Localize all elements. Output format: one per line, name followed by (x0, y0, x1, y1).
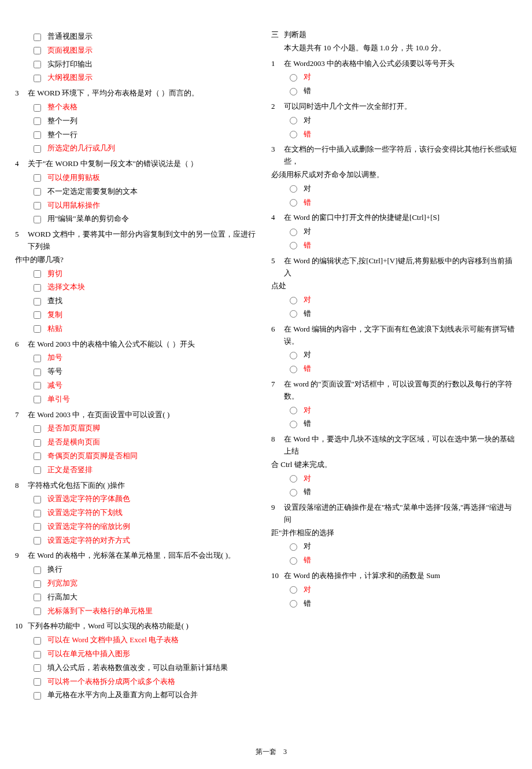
radio-input[interactable] (290, 543, 297, 551)
checkbox-input[interactable] (34, 174, 41, 182)
checkbox-input[interactable] (34, 382, 41, 389)
radio-input[interactable] (290, 242, 297, 249)
radio-input[interactable] (290, 131, 297, 138)
checkbox-control[interactable] (34, 422, 47, 435)
checkbox-input[interactable] (34, 651, 41, 658)
checkbox-control[interactable] (34, 676, 47, 688)
checkbox-input[interactable] (34, 594, 41, 601)
checkbox-input[interactable] (34, 452, 41, 460)
checkbox-control[interactable] (34, 591, 47, 604)
radio-input[interactable] (290, 88, 297, 95)
checkbox-control[interactable] (34, 689, 47, 701)
checkbox-control[interactable] (34, 268, 47, 280)
radio-control[interactable] (290, 85, 304, 97)
checkbox-input[interactable] (34, 466, 41, 474)
radio-control[interactable] (290, 418, 304, 430)
checkbox-input[interactable] (34, 637, 41, 645)
radio-input[interactable] (290, 366, 297, 373)
checkbox-input[interactable] (34, 608, 41, 615)
radio-input[interactable] (290, 600, 297, 608)
checkbox-control[interactable] (34, 129, 47, 141)
radio-control[interactable] (290, 584, 304, 596)
checkbox-control[interactable] (34, 450, 47, 462)
checkbox-control[interactable] (34, 564, 47, 576)
radio-control[interactable] (290, 404, 304, 417)
checkbox-control[interactable] (34, 648, 47, 660)
radio-control[interactable] (290, 197, 304, 209)
checkbox-input[interactable] (34, 216, 41, 223)
checkbox-input[interactable] (34, 325, 41, 333)
radio-input[interactable] (290, 297, 297, 304)
checkbox-input[interactable] (34, 355, 41, 362)
checkbox-control[interactable] (34, 213, 47, 225)
checkbox-input[interactable] (34, 298, 41, 306)
checkbox-input[interactable] (34, 566, 41, 574)
checkbox-control[interactable] (34, 352, 47, 364)
checkbox-control[interactable] (34, 323, 47, 335)
radio-input[interactable] (290, 74, 297, 82)
radio-input[interactable] (290, 421, 297, 428)
checkbox-input[interactable] (34, 47, 41, 54)
checkbox-control[interactable] (34, 115, 47, 127)
checkbox-input[interactable] (34, 369, 41, 376)
radio-input[interactable] (290, 117, 297, 124)
checkbox-control[interactable] (34, 521, 47, 533)
radio-control[interactable] (290, 308, 304, 320)
radio-control[interactable] (290, 554, 304, 566)
checkbox-control[interactable] (34, 45, 47, 57)
radio-control[interactable] (290, 240, 304, 252)
checkbox-control[interactable] (34, 507, 47, 519)
radio-input[interactable] (290, 407, 297, 414)
checkbox-input[interactable] (34, 425, 41, 433)
checkbox-input[interactable] (34, 61, 41, 68)
checkbox-control[interactable] (34, 366, 47, 378)
checkbox-control[interactable] (34, 535, 47, 547)
checkbox-control[interactable] (34, 464, 47, 476)
checkbox-control[interactable] (34, 577, 47, 590)
checkbox-input[interactable] (34, 537, 41, 544)
checkbox-control[interactable] (34, 200, 47, 212)
radio-control[interactable] (290, 486, 304, 498)
checkbox-control[interactable] (34, 295, 47, 307)
radio-input[interactable] (290, 352, 297, 359)
radio-control[interactable] (290, 115, 304, 127)
checkbox-input[interactable] (34, 580, 41, 588)
radio-input[interactable] (290, 185, 297, 193)
checkbox-control[interactable] (34, 101, 47, 113)
checkbox-control[interactable] (34, 172, 47, 184)
checkbox-input[interactable] (34, 396, 41, 403)
radio-input[interactable] (290, 586, 297, 594)
radio-control[interactable] (290, 226, 304, 238)
checkbox-control[interactable] (34, 493, 47, 505)
checkbox-input[interactable] (34, 131, 41, 139)
checkbox-control[interactable] (34, 634, 47, 646)
checkbox-input[interactable] (34, 496, 41, 503)
checkbox-input[interactable] (34, 510, 41, 517)
checkbox-control[interactable] (34, 281, 47, 293)
checkbox-control[interactable] (34, 142, 47, 154)
checkbox-control[interactable] (34, 662, 47, 674)
checkbox-input[interactable] (34, 34, 41, 41)
checkbox-control[interactable] (34, 436, 47, 448)
radio-input[interactable] (290, 489, 297, 496)
checkbox-input[interactable] (34, 311, 41, 319)
checkbox-input[interactable] (34, 117, 41, 125)
radio-control[interactable] (290, 71, 304, 83)
checkbox-input[interactable] (34, 523, 41, 531)
radio-input[interactable] (290, 475, 297, 483)
radio-input[interactable] (290, 310, 297, 318)
radio-control[interactable] (290, 183, 304, 195)
radio-control[interactable] (290, 349, 304, 361)
checkbox-input[interactable] (34, 104, 41, 112)
checkbox-input[interactable] (34, 692, 41, 700)
radio-control[interactable] (290, 473, 304, 485)
checkbox-control[interactable] (34, 380, 47, 392)
checkbox-control[interactable] (34, 309, 47, 321)
checkbox-input[interactable] (34, 270, 41, 278)
radio-control[interactable] (290, 294, 304, 306)
checkbox-control[interactable] (34, 58, 47, 71)
checkbox-input[interactable] (34, 145, 41, 153)
checkbox-control[interactable] (34, 186, 47, 198)
radio-control[interactable] (290, 363, 304, 375)
checkbox-input[interactable] (34, 439, 41, 447)
